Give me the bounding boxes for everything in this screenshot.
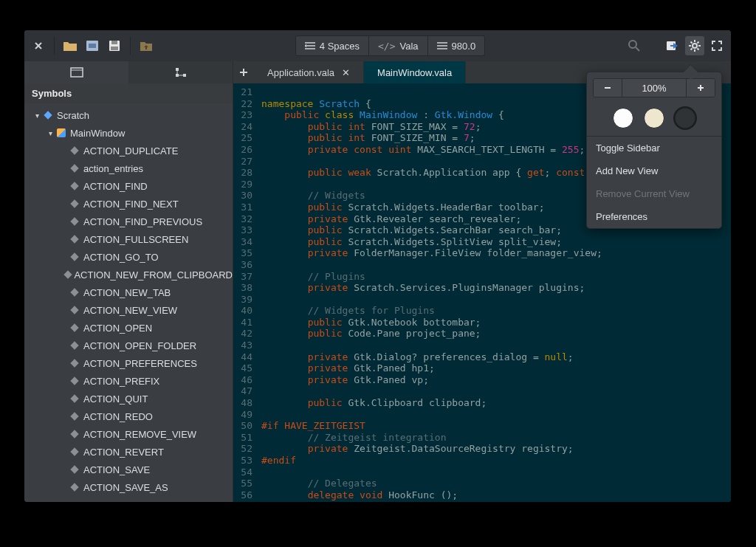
tree-label: ACTION_SAVE_AS <box>83 482 168 493</box>
svg-point-7 <box>693 44 697 48</box>
language-selector[interactable]: </> Vala <box>369 35 428 56</box>
tree-label: ACTION_OPEN_FOLDER <box>83 340 196 351</box>
tree-row[interactable]: ACTION_FIND_PREVIOUS <box>24 213 233 230</box>
svg-rect-9 <box>176 68 179 71</box>
theme-swatch[interactable] <box>644 108 664 128</box>
tree-row[interactable]: ▾MainWindow <box>24 124 233 142</box>
tree-row[interactable]: ACTION_OPEN_FOLDER <box>24 337 233 354</box>
zoom-level[interactable]: 100% <box>622 79 687 97</box>
editor-window: 4 Spaces </> Vala 980.0 <box>24 30 731 502</box>
share-button[interactable] <box>663 36 682 55</box>
expand-arrow-icon: ▾ <box>45 129 55 137</box>
tree-row[interactable]: ACTION_DUPLICATE <box>24 142 233 159</box>
symbol-icon <box>69 148 80 154</box>
symbol-icon <box>69 183 80 189</box>
symbols-tree[interactable]: ▾Scratch▾MainWindowACTION_DUPLICATEactio… <box>24 103 233 502</box>
editor-tab[interactable]: Application.vala✕ <box>254 61 364 83</box>
sidebar: Symbols ▾Scratch▾MainWindowACTION_DUPLIC… <box>24 61 233 502</box>
tree-label: ACTION_FIND_NEXT <box>83 199 179 210</box>
symbol-icon <box>69 307 80 313</box>
symbol-icon <box>42 112 54 118</box>
tree-label: ACTION_REVERT <box>83 447 164 458</box>
tree-row[interactable]: ACTION_PREFERENCES <box>24 354 233 372</box>
headerbar-center: 4 Spaces </> Vala 980.0 <box>159 35 622 56</box>
theme-swatch[interactable] <box>675 108 695 128</box>
tree-row[interactable]: action_entries <box>24 159 233 177</box>
tree-row[interactable]: ACTION_NEW_FROM_CLIPBOARD <box>24 266 233 283</box>
tree-label: ACTION_FIND <box>83 181 148 192</box>
tree-label: ACTION_FIND_PREVIOUS <box>83 216 202 227</box>
zoom-out-button[interactable] <box>594 79 622 97</box>
svg-rect-4 <box>111 47 118 50</box>
symbol-icon <box>69 236 80 242</box>
tree-row[interactable]: ACTION_NEW_TAB <box>24 283 233 301</box>
close-tab-icon[interactable]: ✕ <box>342 67 350 78</box>
menu-item[interactable]: Add New View <box>587 159 721 182</box>
svg-rect-3 <box>111 41 117 44</box>
editor-tab[interactable]: MainWindow.vala <box>364 61 466 83</box>
tree-label: ACTION_FULLSCREEN <box>83 234 188 245</box>
sidebar-header: Symbols <box>24 83 233 103</box>
symbol-icon <box>69 201 80 207</box>
language-label: Vala <box>400 41 419 52</box>
zoom-in-button[interactable] <box>687 79 715 97</box>
sidebar-tab-files[interactable] <box>24 61 128 83</box>
tree-label: ACTION_REDO <box>83 411 153 422</box>
theme-swatches <box>587 103 721 136</box>
symbol-icon <box>69 219 80 224</box>
goto-line[interactable]: 980.0 <box>428 35 486 56</box>
close-window-button[interactable] <box>29 36 48 55</box>
tree-row[interactable]: ACTION_REMOVE_VIEW <box>24 425 233 443</box>
templates-button[interactable] <box>83 36 102 55</box>
tree-row[interactable]: ACTION_REDO <box>24 407 233 425</box>
tree-row[interactable]: ACTION_OPEN <box>24 319 233 337</box>
expand-arrow-icon: ▾ <box>32 111 42 120</box>
tree-row[interactable]: ACTION_SAVE_AS <box>24 478 233 496</box>
new-tab-button[interactable] <box>233 61 254 83</box>
line-gutter: 2122232425262728293031323334353637383940… <box>233 83 257 502</box>
tree-row[interactable]: ACTION_GO_TO <box>24 248 233 266</box>
revert-button[interactable] <box>137 36 156 55</box>
indent-selector[interactable]: 4 Spaces <box>295 35 369 56</box>
tree-label: ACTION_REMOVE_VIEW <box>83 429 196 440</box>
sidebar-tab-symbols[interactable] <box>128 61 233 83</box>
tree-row[interactable]: ACTION_FIND_NEXT <box>24 195 233 213</box>
theme-swatch[interactable] <box>613 108 633 128</box>
menu-button[interactable] <box>685 36 704 55</box>
symbol-icon <box>69 165 80 171</box>
tree-label: MainWindow <box>70 128 125 139</box>
class-icon <box>55 128 67 137</box>
tree-row[interactable]: ▾Scratch <box>24 106 233 124</box>
tab-label: Application.vala <box>267 67 334 78</box>
svg-rect-8 <box>71 68 83 77</box>
tree-label: ACTION_QUIT <box>83 393 148 405</box>
tree-label: ACTION_PREFIX <box>83 376 159 387</box>
save-button[interactable] <box>105 36 124 55</box>
menu-item[interactable]: Preferences <box>587 205 721 228</box>
menu-item: Remove Current View <box>587 182 721 205</box>
tree-row[interactable]: ACTION_REVERT <box>24 443 233 461</box>
tree-row[interactable]: ACTION_PREFIX <box>24 372 233 390</box>
app-menu-popover: 100% Toggle SidebarAdd New ViewRemove Cu… <box>586 72 722 229</box>
svg-rect-11 <box>183 74 186 77</box>
symbol-icon <box>69 431 80 437</box>
svg-point-5 <box>629 41 636 48</box>
tree-row[interactable]: ACTION_SAVE <box>24 461 233 478</box>
maximize-button[interactable] <box>707 36 726 55</box>
tree-row[interactable]: ACTION_NEW_VIEW <box>24 301 233 319</box>
open-file-button[interactable] <box>61 36 80 55</box>
headerbar: 4 Spaces </> Vala 980.0 <box>24 30 731 61</box>
tree-label: ACTION_GO_TO <box>83 252 159 263</box>
tree-label: ACTION_NEW_FROM_CLIPBOARD <box>74 269 233 281</box>
menu-item[interactable]: Toggle Sidebar <box>587 137 721 159</box>
tab-label: MainWindow.vala <box>377 67 452 78</box>
symbol-icon <box>69 378 80 384</box>
symbol-icon <box>69 413 80 419</box>
symbol-icon <box>69 325 80 331</box>
search-button[interactable] <box>625 36 644 55</box>
tree-label: ACTION_DUPLICATE <box>83 145 178 156</box>
tree-row[interactable]: ACTION_QUIT <box>24 390 233 407</box>
tree-row[interactable]: ACTION_FULLSCREEN <box>24 230 233 248</box>
tree-label: ACTION_NEW_VIEW <box>83 305 177 316</box>
tree-row[interactable]: ACTION_FIND <box>24 177 233 195</box>
